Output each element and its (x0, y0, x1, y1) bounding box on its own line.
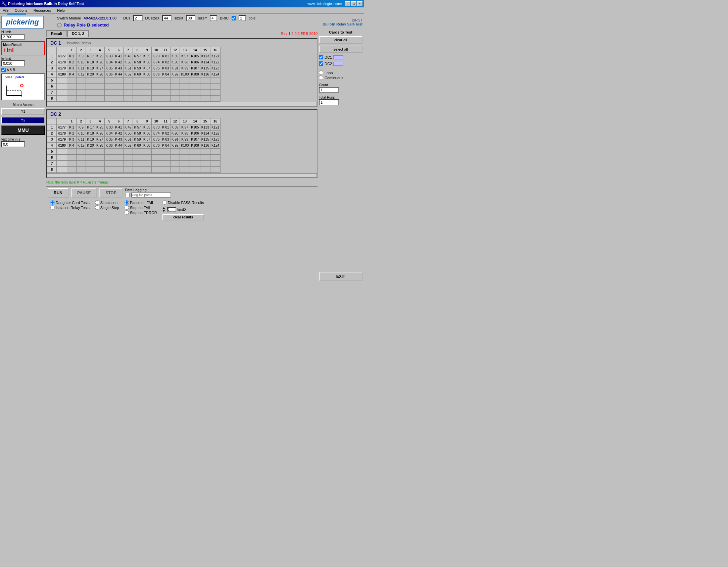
dc1-cell-r1-c1: K 1 (67, 53, 76, 59)
isolation-relay-tests-option[interactable]: Isolation Relay Tests (50, 205, 90, 210)
dc2-grid-scroll[interactable]: 1 2 3 4 5 6 7 8 9 10 11 (47, 118, 317, 173)
dc2-cell-r3-c14: K107 (190, 137, 200, 143)
continuous-radio[interactable] (319, 75, 323, 80)
dc2-cell-r4-c1: K 4 (67, 143, 76, 149)
y1-button[interactable]: Y1 (1, 108, 45, 115)
dc1-cell-r5-c11 (161, 78, 170, 84)
tab-dc12[interactable]: DC 1, 2 (67, 30, 89, 37)
select-all-button[interactable]: select all (319, 46, 362, 53)
ab-check-row: A & B (1, 68, 45, 72)
y2-button[interactable]: Y2 (1, 117, 45, 123)
dc2-cell-r7-c8 (133, 161, 142, 167)
run-button[interactable]: RUN (48, 188, 68, 198)
menu-file[interactable]: File (1, 8, 10, 13)
stop-on-error-option[interactable]: Stop on ERROR (125, 210, 157, 215)
bric-value-input[interactable] (239, 15, 246, 21)
dc1-cell-r3-c14: K107 (190, 65, 200, 71)
dc2-cell-r1-c13: K 97 (180, 124, 190, 131)
stop-on-fail-option[interactable]: Stop on FAIL (125, 205, 157, 210)
pole-label: pole (249, 16, 256, 20)
log-file-path-input[interactable] (131, 193, 171, 198)
title-bar-right: www.pickeringtest.com _ □ × (307, 1, 362, 6)
close-button[interactable]: × (357, 1, 362, 6)
dc2-cell-r4-c12: K 92 (170, 143, 180, 149)
dcsizex-input[interactable] (162, 15, 172, 21)
exit-button[interactable]: EXIT (319, 272, 362, 281)
dc2-cell-r2-c16: K122 (210, 131, 220, 137)
single-step-option[interactable]: Single Step (95, 205, 119, 210)
data-logging-checkbox[interactable] (125, 193, 130, 197)
dc2-cell-r3-c7: K 51 (123, 137, 133, 143)
dc1-grid-scroll[interactable]: 1 2 3 4 5 6 7 8 9 10 11 (47, 47, 317, 102)
tabs-row: Result DC 1, 2 Rev 1.2.0 2-FEB-2010 (46, 30, 318, 37)
dc2-cell-r3-c12: K 91 (170, 137, 180, 143)
dc2-cell-r5-c5 (104, 149, 114, 155)
dc1-cell-r1-c16: K121 (210, 53, 220, 59)
maximize-button[interactable]: □ (351, 1, 356, 6)
dc2-cell-r1-c1: K 1 (67, 124, 76, 131)
svg-point-4 (20, 84, 23, 87)
menu-resources[interactable]: Resources (32, 8, 53, 13)
sizex-input[interactable] (186, 15, 195, 21)
dc1-cell-r2-c13: K 98 (180, 59, 190, 65)
dc1-cell-r2-c12: K 90 (170, 59, 180, 65)
dc1-cell-r8-c10 (151, 96, 161, 102)
dc1-cell-r3-c1: K 3 (67, 65, 76, 71)
dc1-cell-r8-c12 (170, 96, 180, 102)
dc2-cell-r2-c15: K114 (200, 131, 210, 137)
pause-button[interactable]: PAUSE (71, 188, 97, 198)
dc2-cell-r8-c1 (67, 167, 76, 173)
dc1-cell-r6-c3 (86, 84, 95, 90)
clear-results-button[interactable]: clear results (162, 214, 204, 220)
dcs-input[interactable] (133, 15, 143, 21)
dc2-cell-r6-c1 (67, 155, 76, 161)
test-options-section: Daughter Card Tests Isolation Relay Test… (50, 200, 204, 220)
dc2-cell-r8-c13 (180, 167, 190, 173)
stop-button[interactable]: STOP (99, 188, 122, 198)
total-runs-input[interactable] (319, 99, 339, 105)
menu-options[interactable]: Options (13, 8, 29, 13)
clear-all-button[interactable]: clear all (319, 36, 362, 44)
mmu-button[interactable]: MMU (1, 125, 45, 135)
option-col-1: Daughter Card Tests Isolation Relay Test… (50, 200, 90, 220)
simulation-option[interactable]: Simulation (95, 200, 119, 205)
hi-limit-input[interactable] (1, 34, 25, 40)
dc2-cell-r4-c16: K124 (210, 143, 220, 149)
dc2-cell-r7-c12 (170, 161, 180, 167)
disable-pass-results-option[interactable]: Disable PASS Results (162, 200, 204, 205)
option-col-3: Pause on FAIL Stop on FAIL Stop on ERROR (125, 200, 157, 220)
menu-help[interactable]: Help (56, 8, 66, 13)
daughter-card-tests-option[interactable]: Daughter Card Tests (50, 200, 90, 205)
dc2-cell-r5-c2 (76, 149, 86, 155)
lo-limit-input[interactable] (1, 60, 25, 66)
dc2-cell-r4-c2: K 12 (76, 143, 86, 149)
dc2-cell-r4-c3: K 20 (86, 143, 95, 149)
dc1-hscroll[interactable] (47, 102, 317, 106)
total-runs-section: Total Runs (319, 96, 362, 105)
ab-checkbox[interactable] (1, 68, 6, 72)
dc2-checkbox[interactable] (319, 61, 323, 66)
test-time-input[interactable] (1, 141, 25, 147)
dc1-cell-r7-c14 (190, 90, 200, 96)
sizey-input[interactable] (210, 15, 217, 21)
bric-checkbox[interactable] (232, 16, 236, 20)
dc2-cell-r1-c11: K 81 (161, 124, 170, 131)
dc1-color-box (333, 55, 343, 59)
pause-on-fail-option[interactable]: Pause on FAIL (125, 200, 157, 205)
dc2-cell-r8-c5 (104, 167, 114, 173)
dc1-checkbox[interactable] (319, 55, 323, 59)
limit-x-input[interactable] (167, 207, 176, 212)
dc2-hscroll[interactable] (47, 173, 317, 177)
dc2-cell-r7-c6 (114, 161, 123, 167)
loop-radio[interactable] (319, 70, 323, 75)
dc1-cell-r3-c3: K 19 (86, 65, 95, 71)
count-input[interactable] (319, 87, 339, 93)
dc1-row-7: 7 (47, 90, 221, 96)
dc2-row-1: 1K177K 1K 9K 17K 25K 33K 41K 49K 57K 65K… (47, 124, 221, 131)
dc1-cell-r6-c16 (210, 84, 220, 90)
tab-result[interactable]: Result (46, 30, 67, 37)
dc1-cell-r1-c8: K 57 (133, 53, 142, 59)
bottom-bar: RUN PAUSE STOP Data Logging (46, 186, 318, 222)
dc1-cell-r1-c7: K 49 (123, 53, 133, 59)
minimize-button[interactable]: _ (345, 1, 350, 6)
